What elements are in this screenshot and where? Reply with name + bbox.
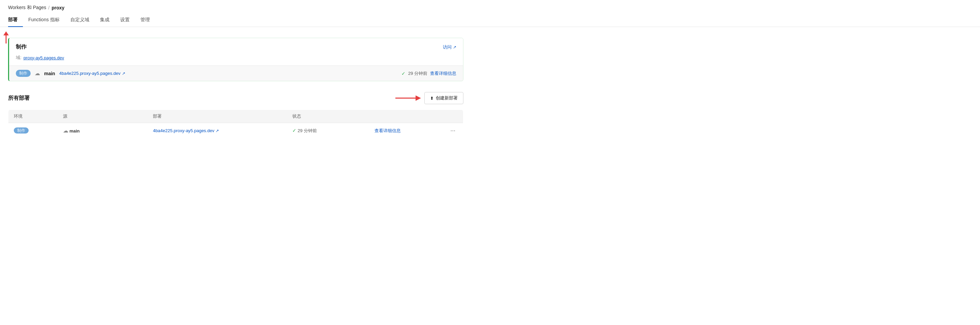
tab-integration[interactable]: 集成 bbox=[95, 13, 115, 27]
col-header-source: 源 bbox=[57, 110, 148, 123]
row-branch: main bbox=[69, 128, 80, 133]
create-deployment-button[interactable]: ⬆ 创建新部署 bbox=[424, 92, 463, 104]
row-cloud-icon: ☁ bbox=[63, 128, 68, 133]
table-header-row: 环境 源 部署 状态 bbox=[8, 110, 463, 123]
breadcrumb-current: proxy bbox=[51, 5, 64, 10]
breadcrumb-separator: / bbox=[48, 5, 49, 10]
col-header-deployment: 部署 bbox=[148, 110, 287, 123]
deploy-url-link[interactable]: 4ba4e225.proxy-ay5.pages.dev bbox=[59, 71, 121, 76]
deploy-external-icon: ↗ bbox=[122, 71, 125, 76]
prod-badge: 制作 bbox=[16, 70, 31, 77]
tab-custom-domain[interactable]: 自定义域 bbox=[65, 13, 95, 27]
deploy-url: 4ba4e225.proxy-ay5.pages.dev ↗ bbox=[59, 71, 125, 76]
row-status: ✓ 29 分钟前 bbox=[287, 123, 369, 139]
domain-value[interactable]: proxy-ay5.pages.dev bbox=[24, 55, 64, 60]
breadcrumb-parent[interactable]: Workers 和 Pages bbox=[8, 5, 46, 11]
row-env-badge: 制作 bbox=[14, 127, 29, 133]
svg-marker-3 bbox=[415, 95, 421, 101]
row-time-ago: 29 分钟前 bbox=[298, 128, 317, 133]
production-card: 制作 访问 ↗ 域: proxy-ay5.pages.dev 制作 ☁ main… bbox=[8, 38, 463, 81]
row-deploy-url: 4ba4e225.proxy-ay5.pages.dev ↗ bbox=[153, 128, 282, 133]
all-deployments-title: 所有部署 bbox=[8, 95, 30, 102]
production-deploy-row: 制作 ☁ main 4ba4e225.proxy-ay5.pages.dev ↗… bbox=[9, 66, 463, 81]
all-deployments-header: 所有部署 ⬆ 创建新部署 bbox=[8, 92, 463, 104]
deployments-table: 环境 源 部署 状态 制作 ☁ main 4ba4e225.proxy- bbox=[8, 110, 463, 139]
tabs-bar: 部署 Functions 指标 自定义域 集成 设置 管理 bbox=[0, 13, 980, 27]
tab-manage[interactable]: 管理 bbox=[135, 13, 155, 27]
create-btn-label: 创建新部署 bbox=[436, 95, 458, 101]
tab-functions[interactable]: Functions 指标 bbox=[23, 13, 65, 27]
status-check-icon: ✓ bbox=[401, 71, 406, 76]
table-row: 制作 ☁ main 4ba4e225.proxy-ay5.pages.dev ↗… bbox=[8, 123, 463, 139]
row-external-icon: ↗ bbox=[216, 128, 219, 133]
row-detail-link[interactable]: 查看详细信息 bbox=[374, 128, 401, 133]
breadcrumb: Workers 和 Pages / proxy bbox=[0, 0, 980, 11]
svg-marker-1 bbox=[3, 31, 9, 35]
production-title: 制作 bbox=[16, 43, 27, 51]
visit-label: 访问 bbox=[443, 44, 452, 50]
col-header-more bbox=[443, 110, 463, 123]
cloud-icon: ☁ bbox=[35, 70, 40, 77]
row-status-check: ✓ bbox=[292, 128, 296, 133]
tab-deploy[interactable]: 部署 bbox=[8, 13, 23, 27]
row-more[interactable]: ··· bbox=[443, 123, 463, 139]
external-link-icon: ↗ bbox=[453, 45, 456, 50]
production-card-header: 制作 访问 ↗ bbox=[9, 38, 463, 54]
visit-link[interactable]: 访问 ↗ bbox=[443, 44, 456, 50]
row-source: ☁ main bbox=[57, 123, 148, 139]
row-deployment: 4ba4e225.proxy-ay5.pages.dev ↗ bbox=[148, 123, 287, 139]
main-content: 制作 访问 ↗ 域: proxy-ay5.pages.dev 制作 ☁ main… bbox=[0, 27, 471, 149]
detail-link[interactable]: 查看详细信息 bbox=[430, 70, 456, 77]
red-arrow-right bbox=[395, 93, 422, 103]
row-env: 制作 bbox=[8, 123, 57, 139]
col-header-status: 状态 bbox=[287, 110, 369, 123]
more-options-icon[interactable]: ··· bbox=[448, 127, 458, 134]
branch-name: main bbox=[44, 71, 55, 76]
domain-label: 域: bbox=[16, 54, 22, 61]
col-header-action bbox=[369, 110, 443, 123]
row-deploy-url-link[interactable]: 4ba4e225.proxy-ay5.pages.dev bbox=[153, 128, 214, 133]
col-header-env: 环境 bbox=[8, 110, 57, 123]
row-action: 查看详细信息 bbox=[369, 123, 443, 139]
tab-settings[interactable]: 设置 bbox=[115, 13, 135, 27]
production-domain-row: 域: proxy-ay5.pages.dev bbox=[9, 54, 463, 66]
time-ago: 29 分钟前 bbox=[408, 70, 427, 77]
upload-cloud-icon: ⬆ bbox=[430, 96, 434, 101]
red-arrow-up bbox=[2, 29, 11, 44]
